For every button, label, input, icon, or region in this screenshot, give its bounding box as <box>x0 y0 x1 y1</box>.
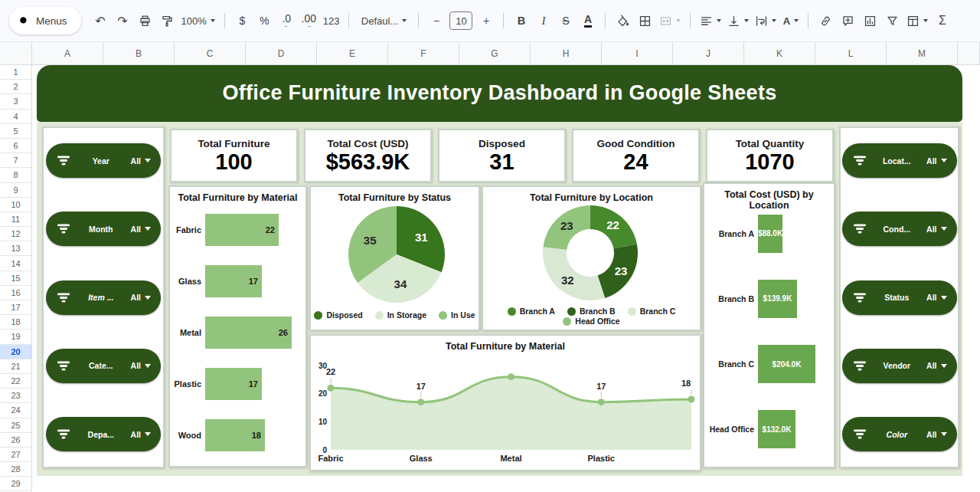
row-header-24[interactable]: 24 <box>0 403 32 418</box>
increase-decimal-button[interactable]: .00→ <box>299 9 319 32</box>
column-header-a[interactable]: A <box>32 42 103 65</box>
filter-value-dropdown[interactable]: All <box>926 361 946 370</box>
row-header-19[interactable]: 19 <box>0 330 32 344</box>
number-format-button[interactable]: 123 <box>321 9 342 32</box>
chart-furniture-by-location-donut[interactable]: Total Furniture by Location 22233223 Bra… <box>482 185 701 331</box>
chart-furniture-by-material-bar[interactable]: Total Furniture by Material Fabric22Glas… <box>168 185 307 467</box>
row-header-28[interactable]: 28 <box>0 462 32 477</box>
zoom-menu[interactable]: 100% <box>179 9 217 32</box>
column-header-m[interactable]: M <box>887 42 958 65</box>
insert-link-button[interactable] <box>815 9 836 32</box>
insert-comment-button[interactable] <box>838 9 858 32</box>
filter-cond[interactable]: Cond...All <box>842 212 957 246</box>
menus-search[interactable]: Menus <box>9 7 81 34</box>
filter-value-dropdown[interactable]: All <box>131 293 151 302</box>
row-header-16[interactable]: 16 <box>0 286 32 300</box>
filter-value-dropdown[interactable]: All <box>131 430 151 439</box>
row-header-23[interactable]: 23 <box>0 389 32 403</box>
functions-button[interactable]: Σ <box>932 9 952 32</box>
borders-button[interactable] <box>635 9 655 32</box>
filter-value-dropdown[interactable]: All <box>131 361 151 370</box>
row-header-9[interactable]: 9 <box>0 183 32 198</box>
row-header-13[interactable]: 13 <box>0 241 32 256</box>
filter-value-dropdown[interactable]: All <box>926 225 946 234</box>
paint-format-button[interactable] <box>157 9 178 32</box>
row-header-18[interactable]: 18 <box>0 315 32 330</box>
chart-furniture-by-status-pie[interactable]: Total Furniture by Status 313435 Dispose… <box>309 185 480 331</box>
bold-button[interactable]: B <box>511 9 531 32</box>
chart-furniture-by-material-area[interactable]: Total Furniture by Material 010203022171… <box>309 334 701 471</box>
horizontal-align-menu[interactable] <box>697 9 724 32</box>
print-button[interactable] <box>135 9 155 32</box>
column-header-extra[interactable] <box>958 42 980 65</box>
row-header-11[interactable]: 11 <box>0 212 32 227</box>
row-header-15[interactable]: 15 <box>0 271 32 286</box>
increase-font-size-button[interactable]: + <box>475 9 496 32</box>
format-percent-button[interactable]: % <box>254 9 275 32</box>
font-size-input[interactable]: 10 <box>449 11 472 30</box>
column-header-j[interactable]: J <box>673 42 744 65</box>
row-header-5[interactable]: 5 <box>0 124 32 139</box>
text-color-button[interactable]: A <box>577 9 598 32</box>
row-header-29[interactable]: 29 <box>0 477 32 491</box>
table-views-menu[interactable] <box>904 9 930 32</box>
format-currency-button[interactable]: $ <box>232 9 253 32</box>
vertical-align-menu[interactable] <box>725 9 751 32</box>
filter-value-dropdown[interactable]: All <box>926 293 946 302</box>
filter-color[interactable]: ColorAll <box>842 417 957 451</box>
filter-item[interactable]: Item ...All <box>46 280 161 315</box>
row-header-6[interactable]: 6 <box>0 139 32 153</box>
filter-value-dropdown[interactable]: All <box>926 156 946 166</box>
row-header-14[interactable]: 14 <box>0 256 32 271</box>
filter-vendor[interactable]: VendorAll <box>842 349 957 383</box>
filter-value-dropdown[interactable]: All <box>131 156 151 166</box>
undo-button[interactable]: ↶ <box>90 9 111 32</box>
decrease-decimal-button[interactable]: .0← <box>276 9 297 32</box>
font-menu[interactable]: Defaul... <box>356 9 411 32</box>
redo-button[interactable]: ↷ <box>113 9 133 32</box>
filter-value-dropdown[interactable]: All <box>131 225 151 234</box>
fill-color-button[interactable] <box>612 9 633 32</box>
filter-depa[interactable]: Depa...All <box>46 417 161 451</box>
text-rotation-menu[interactable]: A <box>780 9 801 32</box>
filter-cate[interactable]: Cate...All <box>46 349 161 383</box>
column-header-i[interactable]: I <box>602 42 673 65</box>
row-header-21[interactable]: 21 <box>0 359 32 374</box>
row-header-7[interactable]: 7 <box>0 153 32 168</box>
row-header-4[interactable]: 4 <box>0 110 32 124</box>
row-header-27[interactable]: 27 <box>0 448 32 462</box>
row-header-26[interactable]: 26 <box>0 433 32 448</box>
column-header-d[interactable]: D <box>246 42 317 65</box>
decrease-font-size-button[interactable]: − <box>426 9 446 32</box>
row-header-22[interactable]: 22 <box>0 374 32 389</box>
strikethrough-button[interactable]: S <box>555 9 576 32</box>
filter-status[interactable]: StatusAll <box>842 280 957 315</box>
row-header-17[interactable]: 17 <box>0 300 32 315</box>
row-header-2[interactable]: 2 <box>0 80 32 94</box>
row-header-1[interactable]: 1 <box>0 65 32 80</box>
chart-cost-by-location-bar[interactable]: Total Cost (USD) by Location Branch A$88… <box>703 182 835 468</box>
row-header-10[interactable]: 10 <box>0 198 32 212</box>
row-header-20[interactable]: 20 <box>0 345 32 359</box>
select-all-corner[interactable] <box>0 41 32 65</box>
column-header-f[interactable]: F <box>388 42 459 65</box>
column-header-b[interactable]: B <box>103 42 175 65</box>
filter-year[interactable]: YearAll <box>46 143 161 178</box>
column-header-k[interactable]: K <box>744 42 815 65</box>
italic-button[interactable]: I <box>533 9 554 32</box>
insert-chart-button[interactable] <box>860 9 880 32</box>
create-filter-button[interactable] <box>882 9 903 32</box>
column-header-c[interactable]: C <box>175 42 246 65</box>
filter-month[interactable]: MonthAll <box>46 212 161 246</box>
column-header-e[interactable]: E <box>317 42 388 65</box>
row-header-25[interactable]: 25 <box>0 418 32 433</box>
filter-value-dropdown[interactable]: All <box>926 430 946 439</box>
merge-cells-button[interactable] <box>657 9 683 32</box>
row-header-12[interactable]: 12 <box>0 227 32 241</box>
row-header-8[interactable]: 8 <box>0 168 32 182</box>
column-header-h[interactable]: H <box>531 42 602 65</box>
column-header-l[interactable]: L <box>815 42 887 65</box>
row-header-3[interactable]: 3 <box>0 94 32 109</box>
text-wrapping-menu[interactable] <box>753 9 779 32</box>
filter-locat[interactable]: Locat...All <box>842 143 957 178</box>
